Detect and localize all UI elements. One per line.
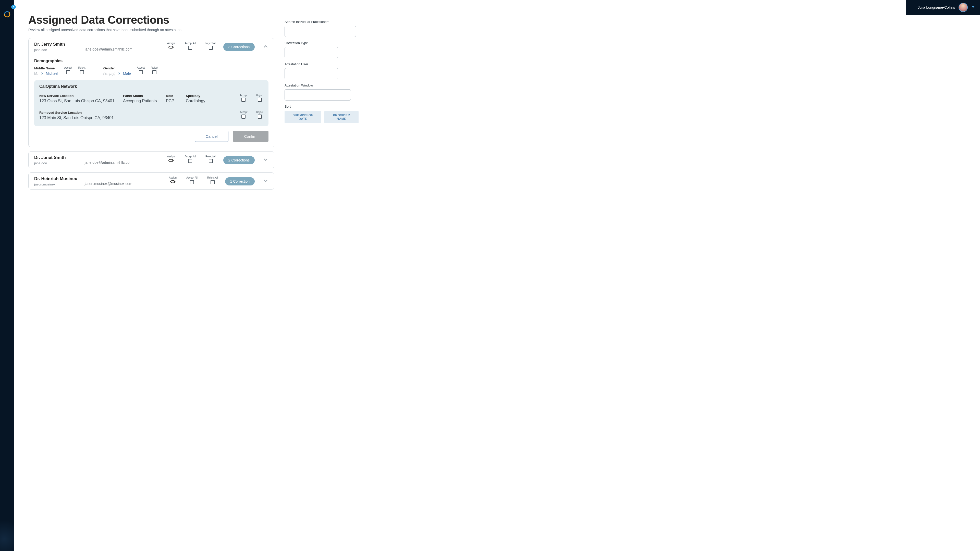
accept-checkbox[interactable] (242, 114, 245, 119)
assign-label: Assign (167, 155, 175, 158)
provider-name: Dr. Janet Smith (34, 155, 80, 160)
net-label: Specialty (186, 94, 232, 98)
accept-checkbox[interactable] (139, 70, 143, 74)
avatar (959, 3, 968, 12)
accept-all-label: Accept All (185, 155, 196, 158)
accept-all-checkbox[interactable] (188, 46, 192, 50)
provider-name: Dr. Jerry Smith (34, 42, 80, 47)
correction-card: Dr. Janet Smith jane.doe jane.doe@admin.… (28, 151, 274, 168)
reject-checkbox[interactable] (80, 70, 84, 74)
correction-card: Dr. Heinrich Musinex jason.musinex jason… (28, 172, 274, 189)
reject-label: Reject (256, 94, 263, 97)
accept-all-checkbox[interactable] (188, 159, 192, 163)
page-title: Assigned Data Corrections (28, 15, 274, 26)
assign-icon[interactable] (170, 180, 176, 185)
reject-all-checkbox[interactable] (209, 159, 213, 163)
sidebar-decoration (0, 510, 14, 551)
assign-icon[interactable] (168, 159, 174, 164)
accept-checkbox[interactable] (66, 70, 70, 74)
reject-all-checkbox[interactable] (209, 46, 213, 50)
accept-label: Accept (240, 111, 248, 114)
left-sidebar (0, 0, 14, 551)
corrections-badge: 3 Corrections (223, 43, 255, 51)
filter-panel: Search Individual Practitioners Correcti… (285, 15, 369, 551)
reject-all-label: Reject All (205, 155, 216, 158)
correction-type-input[interactable] (285, 47, 338, 58)
svg-marker-0 (13, 6, 14, 8)
accept-all-label: Accept All (185, 42, 196, 44)
attestation-user-label: Attestation User (285, 62, 359, 66)
search-label: Search Individual Practitioners (285, 20, 359, 24)
arrow-right-icon (41, 71, 43, 76)
provider-email: jason.musinex@musinex.com (85, 182, 151, 186)
cancel-button[interactable]: Cancel (195, 131, 229, 142)
accept-label: Accept (137, 66, 145, 69)
old-value: M. (34, 71, 38, 76)
provider-user: jane.doe (34, 161, 80, 165)
reject-label: Reject (151, 66, 158, 69)
net-label: Panel Status (123, 94, 159, 98)
provider-user: jason.musinex (34, 183, 80, 186)
accept-label: Accept (64, 66, 72, 69)
new-value: Male (123, 71, 130, 76)
accept-all-label: Accept All (186, 176, 197, 179)
field-label: Middle Name (34, 66, 58, 70)
correction-type-label: Correction Type (285, 41, 359, 45)
confirm-button[interactable]: Confirm (233, 131, 269, 142)
accept-checkbox[interactable] (242, 98, 245, 102)
net-value: 123 Main St, San Luis Obispo CA, 93401 (39, 116, 116, 120)
sort-provider-name-button[interactable]: PROVIDER NAME (325, 111, 359, 123)
sort-label: Sort (285, 105, 359, 108)
net-label: Role (166, 94, 179, 98)
net-label: Removed Service Location (39, 111, 116, 114)
net-value: PCP (166, 99, 179, 103)
old-value: (empty) (103, 71, 115, 76)
reject-all-label: Reject All (205, 42, 216, 44)
user-name: Julia Longname-Collins (918, 5, 955, 10)
reject-all-checkbox[interactable] (210, 180, 215, 184)
chevron-down-icon (971, 5, 975, 10)
field-label: Gender (103, 66, 131, 70)
assign-label: Assign (169, 176, 177, 179)
arrow-right-icon (118, 71, 121, 76)
network-title: CalOptima Network (39, 84, 263, 89)
app-logo-icon (3, 11, 11, 18)
reject-checkbox[interactable] (152, 70, 156, 74)
accept-all-checkbox[interactable] (190, 180, 194, 184)
net-label: New Service Location (39, 94, 116, 98)
reject-label: Reject (256, 111, 263, 114)
attestation-user-input[interactable] (285, 68, 338, 79)
sort-submission-date-button[interactable]: SUBMISSION DATE (285, 111, 321, 123)
page-subtitle: Review all assigned unresolved data corr… (28, 28, 274, 32)
play-badge-icon (11, 5, 16, 9)
accept-label: Accept (240, 94, 248, 97)
provider-email: jane.doe@admin.smithllc.com (85, 160, 151, 165)
corrections-badge: 1 Correction (225, 177, 255, 186)
search-input[interactable] (285, 26, 356, 37)
net-value: 123 Osos St, San Luis Obispo CA, 93401 (39, 99, 116, 103)
svg-marker-3 (972, 6, 974, 8)
attestation-window-input[interactable] (285, 89, 351, 100)
net-value: Cardiology (186, 99, 232, 103)
new-value: Michael (46, 71, 58, 76)
demographics-title: Demographics (34, 59, 269, 63)
corrections-badge: 2 Corrections (223, 156, 255, 164)
chevron-down-icon[interactable] (263, 157, 269, 164)
attestation-window-label: Attestation Window (285, 83, 359, 87)
assign-icon[interactable] (168, 46, 174, 50)
divider (34, 55, 269, 55)
correction-card: Dr. Jerry Smith jane.doe jane.doe@admin.… (28, 38, 274, 147)
reject-label: Reject (78, 66, 85, 69)
provider-user: jane.doe (34, 48, 80, 52)
assign-label: Assign (167, 42, 175, 44)
chevron-down-icon[interactable] (263, 178, 269, 185)
topbar: Julia Longname-Collins (14, 0, 980, 15)
reject-all-label: Reject All (207, 176, 218, 179)
chevron-up-icon[interactable] (263, 44, 269, 50)
provider-name: Dr. Heinrich Musinex (34, 176, 80, 181)
reject-checkbox[interactable] (258, 114, 262, 119)
reject-checkbox[interactable] (258, 98, 262, 102)
user-menu[interactable]: Julia Longname-Collins (906, 0, 980, 15)
provider-email: jane.doe@admin.smithllc.com (85, 47, 151, 52)
net-value: Accepting Patients (123, 99, 159, 103)
